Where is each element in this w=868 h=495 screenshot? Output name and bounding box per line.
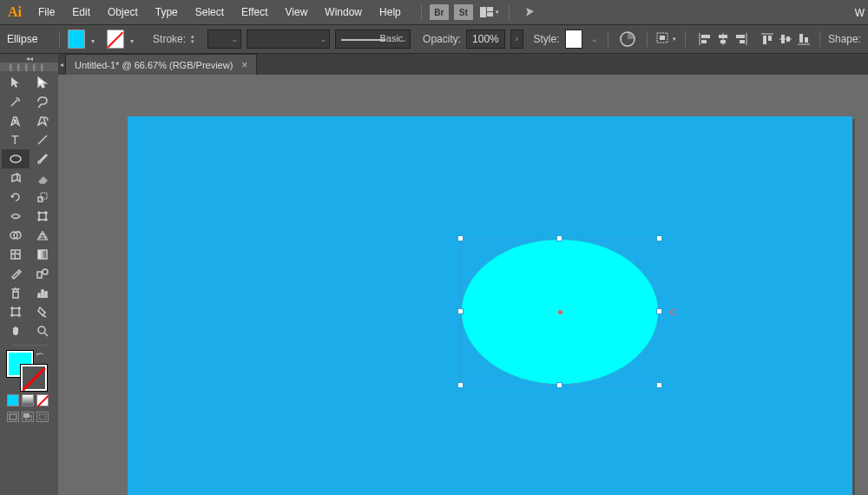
scale-tool[interactable] [30,188,57,207]
artboard-tool[interactable] [2,302,30,321]
handle-top-mid[interactable] [556,235,562,241]
handle-top-right[interactable] [656,235,662,241]
handle-bottom-mid[interactable] [556,382,562,388]
opacity-popup-button[interactable]: › [510,30,523,49]
brush-label: Basic [379,33,403,43]
shape-right-label: Shape: [828,33,861,45]
align-to-button[interactable]: ▾ [655,27,677,51]
align-bottom-icon[interactable] [796,27,812,51]
direct-selection-tool[interactable] [30,73,57,92]
handle-bottom-right[interactable] [656,382,662,388]
svg-point-31 [38,212,40,214]
stroke-weight-field[interactable]: ⌵ [207,30,241,49]
ellipse-tool[interactable] [2,149,30,168]
fill-stroke-swatches[interactable]: ⤺ [0,347,58,391]
handle-top-left[interactable] [457,235,464,241]
gradient-mode-button[interactable] [22,394,34,406]
stroke-profile-field[interactable]: ⌵ [247,30,330,49]
rotate-tool[interactable] [2,188,30,207]
slice-tool[interactable] [30,302,57,321]
handle-mid-right[interactable] [656,308,662,314]
paintbrush-tool[interactable] [30,149,57,168]
swap-fill-stroke-icon[interactable]: ⤺ [36,349,43,359]
recolor-artwork-button[interactable] [616,27,638,51]
svg-rect-38 [38,250,47,259]
stroke-color-well[interactable]: ▾ [107,30,124,49]
mesh-tool[interactable] [2,245,30,264]
width-tool[interactable] [2,207,30,226]
graphic-style-swatch[interactable] [565,30,582,49]
brush-definition-field[interactable]: Basic ⌵ [335,30,411,49]
selection-bounding-box[interactable] [460,238,660,386]
selection-tool[interactable] [2,73,30,92]
shape-builder-tool[interactable] [2,226,30,245]
svg-rect-49 [10,414,16,419]
menu-help[interactable]: Help [371,1,410,23]
svg-rect-11 [720,40,726,43]
handle-mid-left[interactable] [457,308,464,314]
free-transform-tool[interactable] [30,207,57,226]
menu-view[interactable]: View [277,1,317,23]
color-mode-row [0,391,58,410]
menu-bar: Ai File Edit Object Type Select Effect V… [0,0,868,24]
style-dropdown[interactable]: ⌵ [588,30,601,49]
align-hcenter-icon[interactable] [715,27,731,51]
panel-collapse-button[interactable]: ◂◂ [0,54,58,63]
draw-behind-button[interactable] [22,412,34,422]
lasso-tool[interactable] [30,92,57,111]
menu-window[interactable]: Window [316,1,371,23]
column-graph-tool[interactable] [30,283,57,302]
tool-header[interactable]: ▌▌▌▌▌ [0,63,58,71]
screen-mode-row [0,410,58,424]
stroke-label: Stroke: [153,33,186,45]
symbol-sprayer-tool[interactable] [2,283,30,302]
menu-file[interactable]: File [30,1,63,23]
center-point-icon[interactable] [558,310,562,314]
zoom-tool[interactable] [30,321,57,340]
shaper-tool[interactable] [2,168,30,188]
eyedropper-tool[interactable] [2,264,30,283]
align-top-icon[interactable] [760,27,775,51]
svg-rect-43 [42,290,43,297]
svg-point-40 [43,269,48,274]
blend-tool[interactable] [30,264,57,283]
none-mode-button[interactable] [36,394,49,406]
stroke-weight-stepper[interactable]: ▴▾ [191,30,202,49]
perspective-grid-tool[interactable] [30,226,57,245]
handle-bottom-left[interactable] [457,382,464,388]
stock-button[interactable]: St [454,4,473,20]
menu-select[interactable]: Select [187,1,233,23]
menu-type[interactable]: Type [147,1,187,23]
window-label: W [855,7,865,19]
fill-color-well[interactable]: ▾ [68,30,85,49]
type-tool[interactable]: T [2,130,30,149]
pen-tool[interactable] [2,111,30,130]
align-right-icon[interactable] [733,27,749,51]
magic-wand-tool[interactable] [2,92,30,111]
align-left-icon[interactable] [697,27,713,51]
hand-tool[interactable] [2,321,30,340]
menu-object[interactable]: Object [99,1,147,23]
pie-widget-icon[interactable] [670,309,676,315]
curvature-tool[interactable] [30,111,57,130]
draw-normal-button[interactable] [7,412,19,422]
canvas-area[interactable] [58,75,868,495]
menu-edit[interactable]: Edit [63,1,99,23]
draw-inside-button[interactable] [36,412,49,422]
arrange-docs-button[interactable]: ▾ [478,3,501,21]
artboard[interactable] [128,116,852,495]
align-vcenter-icon[interactable] [778,27,793,51]
line-tool[interactable] [30,130,57,149]
color-mode-button[interactable] [7,394,19,406]
gradient-tool[interactable] [30,245,57,264]
tab-scroll-left[interactable]: ◂ [58,54,65,75]
svg-rect-44 [45,292,47,297]
close-icon[interactable]: × [241,59,247,71]
document-tab[interactable]: Untitled-1* @ 66.67% (RGB/Preview) × [65,54,257,75]
eraser-tool[interactable] [30,168,57,188]
stroke-swatch[interactable] [21,365,47,391]
menu-effect[interactable]: Effect [233,1,276,23]
opacity-field[interactable]: 100% [466,30,505,49]
sync-button[interactable] [517,3,540,21]
bridge-button[interactable]: Br [430,4,449,20]
